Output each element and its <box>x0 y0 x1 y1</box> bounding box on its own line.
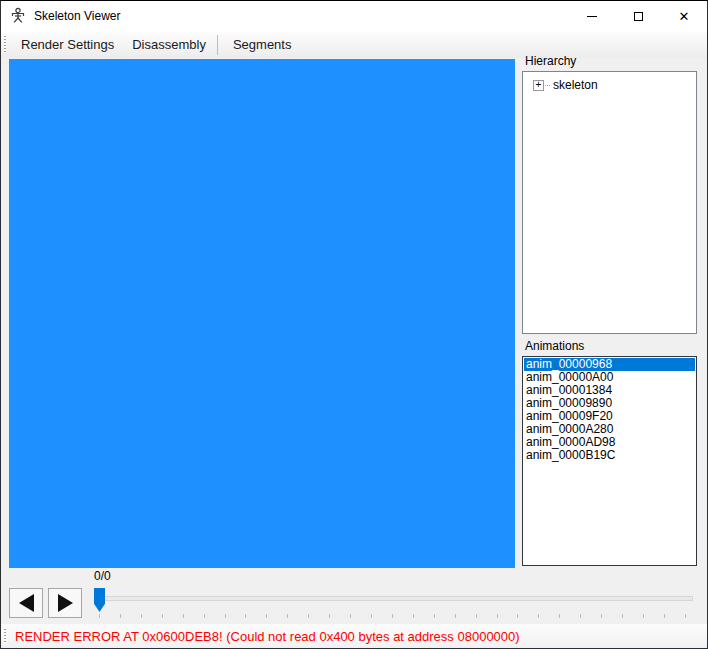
minimize-button[interactable] <box>569 1 615 31</box>
tick-mark <box>601 614 602 618</box>
tick-mark <box>350 614 351 618</box>
menu-render-settings[interactable]: Render Settings <box>14 33 121 56</box>
status-bar: RENDER ERROR AT 0x0600DEB8! (Could not r… <box>1 624 707 648</box>
maximize-icon <box>634 12 643 21</box>
tick-mark <box>99 614 100 618</box>
tick-mark <box>580 614 581 618</box>
tick-mark <box>392 614 393 618</box>
tick-mark <box>497 614 498 618</box>
titlebar: Skeleton Viewer ✕ <box>1 1 707 31</box>
tick-mark <box>308 614 309 618</box>
hierarchy-treeview[interactable]: + skeleton <box>522 71 697 334</box>
tick-mark <box>455 614 456 618</box>
tick-mark <box>413 614 414 618</box>
tick-mark <box>517 614 518 618</box>
tick-mark <box>685 614 686 618</box>
tick-mark <box>162 614 163 618</box>
next-arrow-icon <box>58 594 73 612</box>
render-viewport[interactable] <box>9 59 515 568</box>
animations-listbox[interactable]: anim_00000968anim_00000A00anim_00001384a… <box>522 356 697 566</box>
tree-expander-icon[interactable]: + <box>533 80 544 91</box>
tick-mark <box>538 614 539 618</box>
close-button[interactable]: ✕ <box>661 1 707 31</box>
tree-node-label: skeleton <box>553 78 598 92</box>
list-item[interactable]: anim_0000B19C <box>524 449 695 462</box>
app-window: Skeleton Viewer ✕ Render Settings Disass… <box>0 0 708 649</box>
render-error-message: RENDER ERROR AT 0x0600DEB8! (Could not r… <box>15 629 520 644</box>
tick-mark <box>329 614 330 618</box>
slider-ticks <box>99 614 686 618</box>
menu-toolstrip: Render Settings Disassembly Segments <box>1 31 707 58</box>
menu-segments[interactable]: Segments <box>226 33 299 56</box>
tick-mark <box>183 614 184 618</box>
tick-mark <box>664 614 665 618</box>
tick-mark <box>371 614 372 618</box>
tick-mark <box>266 614 267 618</box>
statusbar-grip-icon <box>4 629 6 644</box>
maximize-button[interactable] <box>615 1 661 31</box>
tick-mark <box>622 614 623 618</box>
tree-node-skeleton[interactable]: + skeleton <box>533 78 696 92</box>
prev-frame-button[interactable] <box>9 588 43 618</box>
tick-mark <box>434 614 435 618</box>
tick-mark <box>476 614 477 618</box>
tree-connector <box>545 85 550 86</box>
animations-label: Animations <box>525 339 584 353</box>
frame-counter-label: 0/0 <box>94 569 111 583</box>
toolstrip-grip-icon[interactable] <box>4 36 6 53</box>
tick-mark <box>141 614 142 618</box>
close-icon: ✕ <box>679 10 690 23</box>
prev-arrow-icon <box>19 594 34 612</box>
frame-slider-track[interactable] <box>94 596 693 601</box>
skeleton-app-icon <box>9 7 27 25</box>
tick-mark <box>204 614 205 618</box>
menu-separator <box>217 35 218 55</box>
tick-mark <box>287 614 288 618</box>
tick-mark <box>245 614 246 618</box>
window-title: Skeleton Viewer <box>34 9 121 23</box>
hierarchy-label: Hierarchy <box>525 54 576 68</box>
tick-mark <box>120 614 121 618</box>
tick-mark <box>559 614 560 618</box>
frame-slider-thumb[interactable] <box>94 588 105 612</box>
next-frame-button[interactable] <box>48 588 82 618</box>
minimize-icon <box>587 16 597 17</box>
tick-mark <box>643 614 644 618</box>
caption-buttons: ✕ <box>569 1 707 31</box>
tick-mark <box>225 614 226 618</box>
menu-disassembly[interactable]: Disassembly <box>125 33 213 56</box>
